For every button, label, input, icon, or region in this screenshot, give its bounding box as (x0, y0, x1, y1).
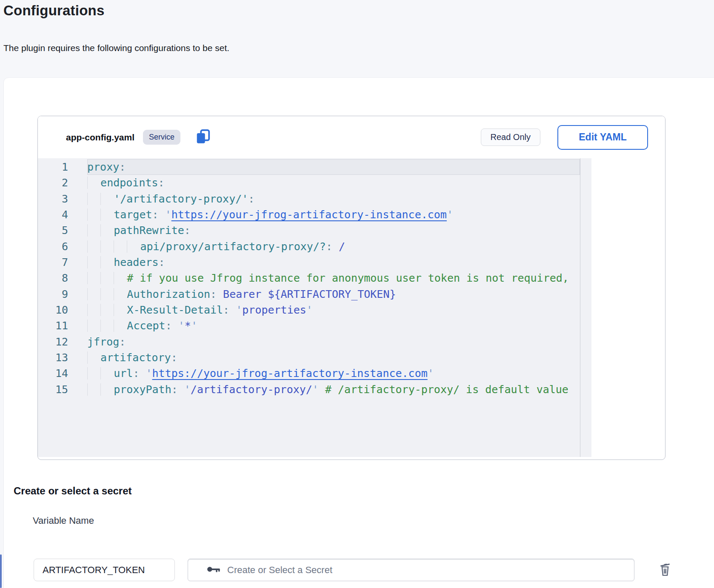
secret-section-title: Create or select a secret (14, 485, 132, 497)
code-line: 4 target: 'https://your-jfrog-artifactor… (38, 207, 591, 223)
code-line-text: proxyPath: '/artifactory-proxy/' # /arti… (87, 382, 580, 397)
code-line-text: pathRewrite: (87, 223, 580, 238)
code-line: 10 X-Result-Detail: 'properties' (38, 302, 591, 318)
page-scrollbar[interactable] (0, 554, 2, 588)
line-number: 5 (38, 223, 87, 238)
line-number: 8 (38, 270, 87, 286)
code-line-text: # if you use Jfrog instance for anonymou… (87, 270, 580, 286)
delete-secret-button[interactable] (657, 561, 674, 579)
variable-name-label: Variable Name (33, 515, 94, 526)
page-description: The plugin requires the following config… (3, 43, 229, 53)
service-badge: Service (143, 130, 180, 145)
line-number: 14 (38, 365, 87, 381)
code-line: 13 artifactory: (38, 350, 591, 365)
line-number: 4 (38, 207, 87, 223)
code-line: 5 pathRewrite: (38, 223, 591, 238)
line-number: 11 (38, 318, 87, 334)
variable-name-input[interactable] (34, 559, 175, 581)
code-line: 12jfrog: (38, 334, 591, 350)
code-line: 9 Authorization: Bearer ${ARTIFACTORY_TO… (38, 286, 591, 302)
scrollbar-track[interactable] (580, 158, 580, 457)
copy-button[interactable] (194, 128, 211, 146)
code-line-text: proxy: (87, 159, 580, 175)
line-number: 7 (38, 254, 87, 270)
code-line-text: Accept: '*' (87, 318, 580, 334)
secret-select-input[interactable] (227, 565, 634, 576)
code-line-text: artifactory: (87, 350, 580, 365)
code-editor[interactable]: 1proxy:2 endpoints:3 '/artifactory-proxy… (38, 158, 591, 457)
code-line: 2 endpoints: (38, 175, 591, 191)
configuration-panel: app-config.yaml Service Read Only Edit Y… (3, 77, 714, 588)
yaml-editor-card: app-config.yaml Service Read Only Edit Y… (37, 116, 665, 460)
secret-select-field[interactable] (188, 559, 634, 581)
code-line: 8 # if you use Jfrog instance for anonym… (38, 270, 591, 286)
code-line: 3 '/artifactory-proxy/': (38, 191, 591, 207)
code-line-text: '/artifactory-proxy/': (87, 191, 580, 207)
code-line-text: url: 'https://your-jfrog-artifactory-ins… (87, 365, 580, 381)
code-line-text: Authorization: Bearer ${ARTIFACTORY_TOKE… (87, 286, 580, 302)
code-line-text: jfrog: (87, 334, 580, 350)
line-number: 1 (38, 159, 87, 175)
trash-icon (658, 561, 672, 579)
code-line: 7 headers: (38, 254, 591, 270)
code-line-text: X-Result-Detail: 'properties' (87, 302, 580, 318)
line-number: 3 (38, 191, 87, 207)
code-line: 15 proxyPath: '/artifactory-proxy/' # /a… (38, 382, 591, 397)
code-line-text: endpoints: (87, 175, 580, 191)
editor-header: app-config.yaml Service Read Only Edit Y… (38, 116, 665, 158)
line-number: 9 (38, 286, 87, 302)
code-line: 6 api/proxy/artifactory-proxy/?: / (38, 239, 591, 254)
code-line: 11 Accept: '*' (38, 318, 591, 334)
code-line-text: api/proxy/artifactory-proxy/?: / (87, 239, 580, 254)
line-number: 6 (38, 239, 87, 254)
line-number: 12 (38, 334, 87, 350)
code-line-text: target: 'https://your-jfrog-artifactory-… (87, 207, 580, 223)
page-title: Configurations (3, 3, 104, 19)
filename-label: app-config.yaml (66, 132, 134, 143)
read-only-button[interactable]: Read Only (481, 128, 541, 146)
secret-row (34, 559, 674, 581)
edit-yaml-button[interactable]: Edit YAML (557, 125, 648, 150)
line-number: 2 (38, 175, 87, 191)
code-line: 14 url: 'https://your-jfrog-artifactory-… (38, 365, 591, 381)
code-line: 1proxy: (38, 159, 591, 175)
code-lines: 1proxy:2 endpoints:3 '/artifactory-proxy… (38, 159, 591, 397)
line-number: 13 (38, 350, 87, 365)
line-number: 15 (38, 382, 87, 397)
copy-icon (195, 128, 211, 146)
configurations-page: Configurations The plugin requires the f… (0, 0, 714, 588)
key-icon (207, 565, 221, 576)
line-number: 10 (38, 302, 87, 318)
code-line-text: headers: (87, 254, 580, 270)
